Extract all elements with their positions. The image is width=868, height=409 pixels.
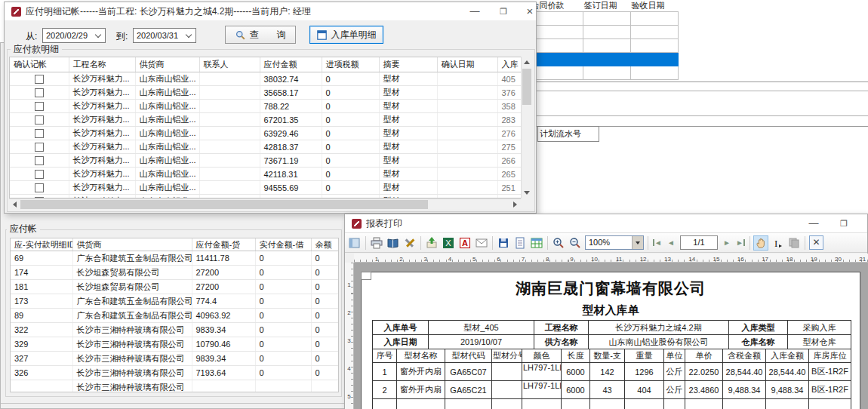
- cell-supplier[interactable]: 山东南山铝业...: [135, 181, 199, 195]
- cell-supplier[interactable]: 山东南山铝业...: [135, 140, 199, 154]
- account-column-header[interactable]: 应-实付款明细ID: [11, 238, 72, 251]
- next-page-button[interactable]: ►: [721, 235, 733, 251]
- confirm-checkbox[interactable]: [35, 88, 44, 97]
- cell-summary[interactable]: 型材: [379, 154, 437, 168]
- cell-input-tax[interactable]: 0: [322, 86, 379, 100]
- cell-balance[interactable]: 0: [311, 323, 338, 337]
- cell-project[interactable]: 长沙万科魅力...: [69, 140, 135, 154]
- cell-paid-debit[interactable]: 0: [255, 280, 311, 294]
- cell-supplier[interactable]: 长沙市三湘特种玻璃有限公司: [72, 323, 192, 337]
- payable-column-header[interactable]: 联系人: [199, 57, 260, 72]
- cell-summary[interactable]: 型材: [379, 168, 437, 181]
- document-icon[interactable]: [512, 235, 528, 251]
- book-icon[interactable]: [386, 235, 401, 251]
- account-row[interactable]: 322 长沙市三湘特种玻璃有限公司 9839.34 0 0: [11, 323, 338, 337]
- cell-summary[interactable]: 型材: [379, 140, 437, 154]
- cell-supplier[interactable]: 山东南山铝业...: [135, 100, 199, 113]
- zoom-level-combobox[interactable]: 100%: [585, 235, 644, 250]
- cell-paid-debit[interactable]: [255, 380, 311, 393]
- account-row[interactable]: 181 长沙坦森贸易有限公司 27200 0 0: [11, 280, 338, 294]
- cell-amount[interactable]: 67201.35: [260, 113, 322, 127]
- report-titlebar[interactable]: 报表打印 — ❐ ×: [345, 214, 867, 232]
- payable-column-header[interactable]: 摘要: [379, 57, 437, 72]
- cell-paid-debit[interactable]: 0: [255, 323, 311, 337]
- cell-project[interactable]: 长沙万科魅力...: [69, 127, 135, 140]
- cell-summary[interactable]: 型材: [379, 86, 437, 100]
- account-row[interactable]: 69 广东合和建筑五金制品有限公司 11411.78 0 0: [11, 251, 338, 266]
- zoom-in-icon[interactable]: [551, 235, 566, 251]
- payable-column-header[interactable]: 入库: [497, 57, 521, 72]
- payable-column-header[interactable]: 确认日期: [437, 57, 497, 72]
- account-row[interactable]: 长沙市三湘特种玻璃有限公司: [11, 380, 338, 393]
- cell-payable-credit[interactable]: [192, 380, 255, 393]
- cell-amount[interactable]: 42118.31: [260, 168, 322, 181]
- cell-project[interactable]: 长沙万科魅力...: [69, 72, 135, 86]
- cell-supplier[interactable]: 山东南山铝业...: [135, 154, 199, 168]
- maximize-button[interactable]: ❐: [833, 214, 855, 232]
- cell-inbound-no[interactable]: 266: [497, 154, 521, 168]
- contract-row[interactable]: [531, 66, 679, 80]
- scroll-down-icon[interactable]: [524, 191, 530, 195]
- cell-confirm-date[interactable]: [437, 140, 497, 154]
- chevron-down-icon[interactable]: [92, 29, 104, 42]
- cell-supplier[interactable]: 山东南山铝业...: [135, 168, 199, 181]
- cell-inbound-no[interactable]: 283: [497, 113, 521, 127]
- save-icon[interactable]: [496, 235, 511, 251]
- cell-balance[interactable]: 0: [311, 280, 338, 294]
- cell-input-tax[interactable]: 0: [322, 168, 379, 181]
- cell-payable-credit[interactable]: 774.4: [192, 294, 255, 309]
- payable-column-header[interactable]: 确认记帐: [10, 57, 69, 72]
- cell-supplier[interactable]: 山东南山铝业...: [135, 86, 199, 100]
- cell-supplier[interactable]: 长沙坦森贸易有限公司: [72, 280, 192, 294]
- copy-page-button[interactable]: [786, 235, 802, 251]
- cell-inbound-no[interactable]: 405: [497, 72, 521, 86]
- cell-input-tax[interactable]: 0: [322, 72, 379, 86]
- cell-inbound-no[interactable]: 265: [497, 168, 521, 181]
- vertical-scrollbar[interactable]: [521, 57, 532, 198]
- cell-payable-credit[interactable]: 9839.34: [192, 352, 255, 366]
- confirm-checkbox[interactable]: [35, 170, 44, 179]
- payable-detail-titlebar[interactable]: 应付明细记帐------当前工程: 长沙万科魅力之城4.2期------当前用户…: [5, 2, 536, 20]
- query-button[interactable]: 查 询: [225, 26, 296, 44]
- cell-amount[interactable]: 788.22: [260, 100, 322, 113]
- cell-summary[interactable]: 型材: [379, 72, 437, 86]
- cell-detail-id[interactable]: 181: [11, 280, 72, 294]
- payable-row[interactable]: 长沙万科魅力... 山东南山铝业... 42818.37 0 型材 275: [10, 140, 521, 154]
- cell-supplier[interactable]: 长沙市三湘特种玻璃有限公司: [72, 352, 192, 366]
- account-column-header[interactable]: 实付金额-借: [255, 238, 311, 251]
- cell-contact[interactable]: [199, 127, 260, 140]
- text-select-tool-button[interactable]: I: [770, 235, 785, 251]
- page-indicator-field[interactable]: 1/1: [680, 235, 718, 250]
- last-page-button[interactable]: ►: [734, 235, 746, 251]
- cell-detail-id[interactable]: 322: [11, 323, 72, 337]
- cell-amount[interactable]: 73671.19: [260, 154, 322, 168]
- close-button[interactable]: ×: [519, 2, 541, 20]
- cell-paid-debit[interactable]: 0: [255, 251, 311, 266]
- cell-input-tax[interactable]: 0: [322, 113, 379, 127]
- cell-supplier[interactable]: 广东合和建筑五金制品有限公司: [72, 251, 192, 266]
- cell-summary[interactable]: 型材: [379, 127, 437, 140]
- cell-balance[interactable]: 0: [311, 266, 338, 280]
- cell-detail-id[interactable]: 69: [11, 251, 72, 266]
- account-column-header[interactable]: 供货商: [72, 238, 192, 251]
- contract-row[interactable]: [531, 26, 679, 39]
- cell-contact[interactable]: [199, 181, 260, 195]
- cell-amount[interactable]: 38032.74: [260, 72, 322, 86]
- print-icon[interactable]: [369, 235, 384, 251]
- account-row[interactable]: 327 长沙市三湘特种玻璃有限公司 9839.34 0 0: [11, 352, 338, 366]
- cell-supplier[interactable]: 长沙市三湘特种玻璃有限公司: [72, 380, 192, 393]
- cell-summary[interactable]: 型材: [379, 113, 437, 127]
- account-row[interactable]: 174 长沙坦森贸易有限公司 27200 0 0: [11, 266, 338, 280]
- cell-balance[interactable]: 0: [311, 366, 338, 380]
- cell-inbound-no[interactable]: 251: [497, 181, 521, 195]
- cell-paid-debit[interactable]: 0: [255, 266, 311, 280]
- cell-confirm-date[interactable]: [437, 181, 497, 195]
- cell-project[interactable]: 长沙万科魅力...: [69, 86, 135, 100]
- cell-contact[interactable]: [199, 113, 260, 127]
- cell-project[interactable]: 长沙万科魅力...: [69, 154, 135, 168]
- first-page-button[interactable]: ◄: [651, 235, 663, 251]
- payable-row[interactable]: 长沙万科魅力... 山东南山铝业... 63929.46 0 型材 276: [10, 127, 521, 140]
- cell-amount[interactable]: 94555.69: [260, 181, 322, 195]
- account-column-header[interactable]: 应付金额-贷: [192, 238, 255, 251]
- cell-summary[interactable]: 型材: [379, 181, 437, 195]
